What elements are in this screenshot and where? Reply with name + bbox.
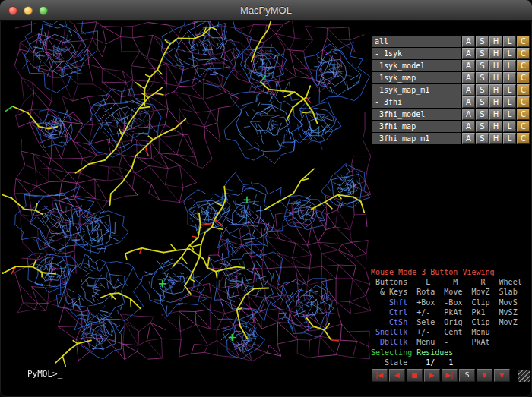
mouse-panel-line[interactable]: State 1/ 1 [371,358,530,367]
object-hide-button[interactable]: H [489,121,502,132]
mouse-panel-segment: Shft [371,298,407,307]
mouse-panel-segment: & Keys [371,288,407,296]
object-label-button[interactable]: L [503,60,516,71]
step-back-button[interactable]: ◀ [389,369,405,382]
object-name[interactable]: - 3fhi [372,96,461,108]
object-show-button[interactable]: S [476,84,489,96]
object-hide-button[interactable]: H [489,109,502,120]
object-action-button[interactable]: A [462,60,475,71]
object-color-button[interactable]: C [517,84,530,96]
go-end-button[interactable]: ▶| [442,369,458,382]
object-hide-button[interactable]: H [489,96,502,108]
object-action-button[interactable]: A [462,96,475,108]
object-row: 1syk_modelASHLC [372,60,530,71]
object-name[interactable]: 1syk_map_m1 [372,84,461,96]
object-color-button[interactable]: C [517,72,530,83]
object-label-button[interactable]: L [503,133,516,144]
mouse-panel-segment: 1/ 1 [407,358,453,367]
object-show-button[interactable]: S [476,48,489,59]
object-label-button[interactable]: L [503,109,516,120]
mouse-panel-segment: +/- Cent Menu [407,328,489,336]
mouse-panel-segment: Menu - PkAt [407,338,489,346]
object-hide-button[interactable]: H [489,60,502,71]
zoom-button[interactable] [39,6,48,15]
object-action-button[interactable]: A [462,48,475,59]
stop-button[interactable]: ■ [407,369,423,382]
mouse-panel-segment: CtSh [371,318,407,326]
object-row: 1syk_mapASHLC [372,72,530,83]
object-color-button[interactable]: C [517,96,530,108]
object-name[interactable]: 3fhi_map_m1 [372,133,461,144]
resize-grip[interactable] [518,370,530,382]
play-button[interactable]: ▶ [424,369,440,382]
object-action-button[interactable]: A [462,72,475,83]
mouse-panel-line[interactable]: Selecting Residues [371,348,530,358]
object-hide-button[interactable]: H [489,84,502,96]
object-action-button[interactable]: A [462,133,475,144]
mouse-panel-line: Buttons L M R Wheel [371,277,530,287]
object-show-button[interactable]: S [476,133,489,144]
object-name[interactable]: 1syk_model [372,60,461,71]
object-action-button[interactable]: A [462,84,475,96]
object-label-button[interactable]: L [503,121,516,132]
object-label-button[interactable]: L [503,72,516,83]
mouse-panel-segment: Rota Move MovZ Slab [407,288,518,296]
object-action-button[interactable]: A [462,109,475,120]
object-name[interactable]: 3fhi_model [372,109,461,120]
mouse-panel-line[interactable]: Mouse Mode 3-Button Viewing [371,267,530,277]
object-row: - 1sykASHLC [372,48,530,59]
object-hide-button[interactable]: H [489,133,502,144]
viewport-canvas[interactable] [2,21,371,383]
object-row: allASHLC [372,36,530,47]
playback-controls: |◀◀■▶▶|S▼▼ [372,369,511,382]
title-bar[interactable]: MacPyMOL [0,0,532,21]
object-show-button[interactable]: S [476,36,489,47]
object-show-button[interactable]: S [476,60,489,71]
s-button[interactable]: S [459,369,475,382]
go-start-button[interactable]: |◀ [372,369,388,382]
frame-menu-button[interactable]: ▼ [494,369,510,382]
traffic-lights [8,6,48,15]
object-color-button[interactable]: C [517,60,530,71]
object-show-button[interactable]: S [476,121,489,132]
object-row: - 3fhiASHLC [372,96,530,108]
mouse-panel-segment: +Box -Box Clip MovS [407,298,518,307]
object-show-button[interactable]: S [476,109,489,120]
object-row: 3fhi_modelASHLC [372,109,530,120]
object-hide-button[interactable]: H [489,48,502,59]
object-name[interactable]: - 1syk [372,48,461,59]
command-prompt[interactable]: PyMOL>_ [27,369,62,379]
close-button[interactable] [8,6,17,15]
object-label-button[interactable]: L [503,84,516,96]
window-title: MacPyMOL [0,0,532,20]
object-color-button[interactable]: C [517,133,530,144]
mouse-panel-line: CtSh Sele Orig Clip MovZ [371,317,530,327]
object-name[interactable]: 3fhi_map [372,121,461,132]
mouse-panel-segment: Sele Orig Clip MovZ [407,318,518,326]
minimize-button[interactable] [24,6,33,15]
object-color-button[interactable]: C [517,109,530,120]
mouse-panel-line: Shft +Box -Box Clip MovS [371,298,530,307]
object-color-button[interactable]: C [517,36,530,47]
object-show-button[interactable]: S [476,96,489,108]
object-row: 1syk_map_m1ASHLC [372,84,530,96]
object-color-button[interactable]: C [517,121,530,132]
object-color-button[interactable]: C [517,48,530,59]
object-action-button[interactable]: A [462,121,475,132]
object-hide-button[interactable]: H [489,36,502,47]
mouse-panel-line: SnglClk +/- Cent Menu [371,327,530,337]
mouse-panel-line: Ctrl +/- PkAt Pk1 MvSZ [371,307,530,317]
object-name[interactable]: 1syk_map [372,72,461,83]
object-show-button[interactable]: S [476,72,489,83]
mouse-panel: Mouse Mode 3-Button Viewing Buttons L M … [371,267,530,367]
object-label-button[interactable]: L [503,96,516,108]
object-name[interactable]: all [372,36,461,47]
object-row: 3fhi_map_m1ASHLC [372,133,530,144]
mouse-panel-segment: Ctrl [371,308,407,317]
object-hide-button[interactable]: H [489,72,502,83]
object-label-button[interactable]: L [503,36,516,47]
scene-menu-button[interactable]: ▼ [477,369,492,382]
macpymol-window: MacPyMOL PyMOL>_ allASHLC- 1sykASHLC1syk… [0,0,532,397]
object-label-button[interactable]: L [503,48,516,59]
object-action-button[interactable]: A [462,36,475,47]
